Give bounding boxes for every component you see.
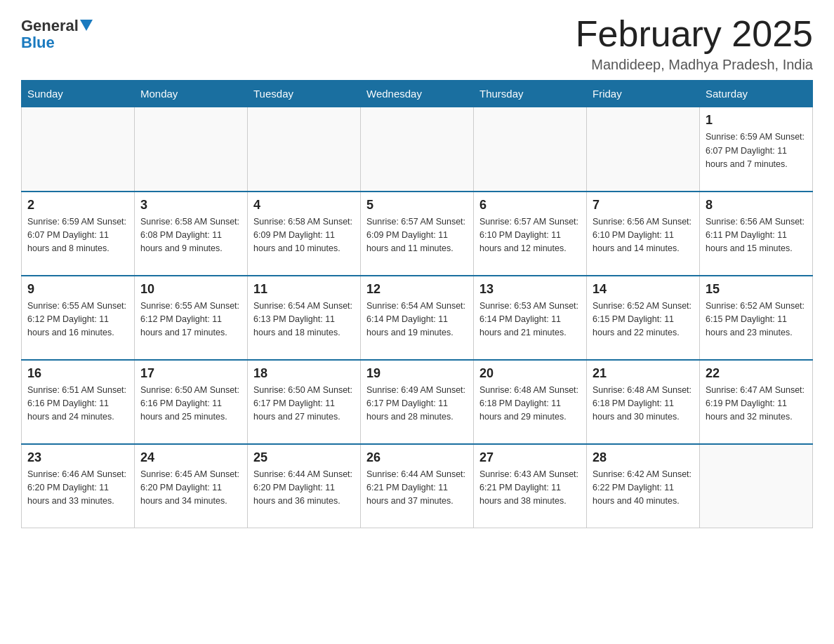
- calendar-day-cell: 27Sunrise: 6:43 AM Sunset: 6:21 PM Dayli…: [474, 444, 587, 528]
- calendar-day-cell: 18Sunrise: 6:50 AM Sunset: 6:17 PM Dayli…: [248, 360, 361, 444]
- day-number: 2: [27, 198, 128, 213]
- day-info: Sunrise: 6:48 AM Sunset: 6:18 PM Dayligh…: [479, 384, 581, 424]
- calendar-header-saturday: Saturday: [700, 81, 813, 107]
- day-info: Sunrise: 6:47 AM Sunset: 6:19 PM Dayligh…: [706, 384, 807, 424]
- calendar-day-cell: [135, 107, 248, 192]
- day-number: 28: [593, 450, 694, 465]
- calendar-day-cell: 21Sunrise: 6:48 AM Sunset: 6:18 PM Dayli…: [587, 360, 700, 444]
- day-info: Sunrise: 6:59 AM Sunset: 6:07 PM Dayligh…: [27, 215, 128, 256]
- day-number: 15: [706, 282, 807, 297]
- day-number: 10: [140, 282, 241, 297]
- calendar-day-cell: [361, 107, 474, 192]
- day-info: Sunrise: 6:51 AM Sunset: 6:16 PM Dayligh…: [27, 384, 128, 424]
- calendar-week-row: 9Sunrise: 6:55 AM Sunset: 6:12 PM Daylig…: [22, 276, 813, 360]
- logo: General Blue: [21, 14, 93, 51]
- calendar-day-cell: 24Sunrise: 6:45 AM Sunset: 6:20 PM Dayli…: [135, 444, 248, 528]
- day-number: 5: [366, 198, 468, 213]
- calendar-day-cell: 13Sunrise: 6:53 AM Sunset: 6:14 PM Dayli…: [474, 276, 587, 360]
- day-info: Sunrise: 6:52 AM Sunset: 6:15 PM Dayligh…: [593, 300, 694, 340]
- calendar-day-cell: 9Sunrise: 6:55 AM Sunset: 6:12 PM Daylig…: [22, 276, 135, 360]
- calendar-day-cell: 11Sunrise: 6:54 AM Sunset: 6:13 PM Dayli…: [248, 276, 361, 360]
- day-number: 18: [253, 366, 355, 381]
- day-info: Sunrise: 6:56 AM Sunset: 6:11 PM Dayligh…: [706, 215, 807, 256]
- day-info: Sunrise: 6:54 AM Sunset: 6:13 PM Dayligh…: [253, 300, 355, 340]
- calendar-week-row: 16Sunrise: 6:51 AM Sunset: 6:16 PM Dayli…: [22, 360, 813, 444]
- day-number: 12: [366, 282, 468, 297]
- calendar-day-cell: 26Sunrise: 6:44 AM Sunset: 6:21 PM Dayli…: [361, 444, 474, 528]
- calendar-day-cell: 4Sunrise: 6:58 AM Sunset: 6:09 PM Daylig…: [248, 192, 361, 276]
- day-info: Sunrise: 6:56 AM Sunset: 6:10 PM Dayligh…: [593, 215, 694, 256]
- day-number: 14: [593, 282, 694, 297]
- calendar-day-cell: 16Sunrise: 6:51 AM Sunset: 6:16 PM Dayli…: [22, 360, 135, 444]
- calendar-day-cell: 23Sunrise: 6:46 AM Sunset: 6:20 PM Dayli…: [22, 444, 135, 528]
- day-info: Sunrise: 6:58 AM Sunset: 6:09 PM Dayligh…: [253, 215, 355, 256]
- calendar-day-cell: [22, 107, 135, 192]
- day-info: Sunrise: 6:45 AM Sunset: 6:20 PM Dayligh…: [140, 468, 241, 509]
- day-info: Sunrise: 6:57 AM Sunset: 6:09 PM Dayligh…: [366, 215, 468, 256]
- day-number: 22: [706, 366, 807, 381]
- calendar-day-cell: 19Sunrise: 6:49 AM Sunset: 6:17 PM Dayli…: [361, 360, 474, 444]
- day-info: Sunrise: 6:46 AM Sunset: 6:20 PM Dayligh…: [27, 468, 128, 509]
- day-info: Sunrise: 6:52 AM Sunset: 6:15 PM Dayligh…: [706, 300, 807, 340]
- calendar-day-cell: 14Sunrise: 6:52 AM Sunset: 6:15 PM Dayli…: [587, 276, 700, 360]
- day-info: Sunrise: 6:44 AM Sunset: 6:20 PM Dayligh…: [253, 468, 355, 509]
- day-number: 4: [253, 198, 355, 213]
- calendar-day-cell: [474, 107, 587, 192]
- day-number: 1: [706, 113, 807, 128]
- day-number: 19: [366, 366, 468, 381]
- calendar-header-monday: Monday: [135, 81, 248, 107]
- calendar-day-cell: [248, 107, 361, 192]
- calendar-day-cell: 20Sunrise: 6:48 AM Sunset: 6:18 PM Dayli…: [474, 360, 587, 444]
- calendar-day-cell: 1Sunrise: 6:59 AM Sunset: 6:07 PM Daylig…: [700, 107, 813, 192]
- calendar-week-row: 2Sunrise: 6:59 AM Sunset: 6:07 PM Daylig…: [22, 192, 813, 276]
- day-number: 8: [706, 198, 807, 213]
- calendar-header-sunday: Sunday: [22, 81, 135, 107]
- day-number: 17: [140, 366, 241, 381]
- day-info: Sunrise: 6:43 AM Sunset: 6:21 PM Dayligh…: [479, 468, 581, 509]
- day-number: 21: [593, 366, 694, 381]
- calendar-header-tuesday: Tuesday: [248, 81, 361, 107]
- calendar-table: SundayMondayTuesdayWednesdayThursdayFrid…: [21, 80, 813, 528]
- calendar-day-cell: 17Sunrise: 6:50 AM Sunset: 6:16 PM Dayli…: [135, 360, 248, 444]
- day-number: 13: [479, 282, 581, 297]
- day-info: Sunrise: 6:54 AM Sunset: 6:14 PM Dayligh…: [366, 300, 468, 340]
- day-info: Sunrise: 6:50 AM Sunset: 6:17 PM Dayligh…: [253, 384, 355, 424]
- page-header: General Blue February 2025 Mandideep, Ma…: [21, 14, 813, 73]
- logo-blue-text: Blue: [21, 34, 55, 51]
- calendar-day-cell: 22Sunrise: 6:47 AM Sunset: 6:19 PM Dayli…: [700, 360, 813, 444]
- day-info: Sunrise: 6:42 AM Sunset: 6:22 PM Dayligh…: [593, 468, 694, 509]
- day-number: 6: [479, 198, 581, 213]
- calendar-header-friday: Friday: [587, 81, 700, 107]
- day-number: 3: [140, 198, 241, 213]
- location-text: Mandideep, Madhya Pradesh, India: [576, 57, 813, 73]
- calendar-day-cell: 5Sunrise: 6:57 AM Sunset: 6:09 PM Daylig…: [361, 192, 474, 276]
- calendar-header-row: SundayMondayTuesdayWednesdayThursdayFrid…: [22, 81, 813, 107]
- day-info: Sunrise: 6:55 AM Sunset: 6:12 PM Dayligh…: [140, 300, 241, 340]
- title-section: February 2025 Mandideep, Madhya Pradesh,…: [576, 14, 813, 73]
- calendar-day-cell: 28Sunrise: 6:42 AM Sunset: 6:22 PM Dayli…: [587, 444, 700, 528]
- day-number: 25: [253, 450, 355, 465]
- calendar-header-thursday: Thursday: [474, 81, 587, 107]
- day-info: Sunrise: 6:55 AM Sunset: 6:12 PM Dayligh…: [27, 300, 128, 340]
- calendar-day-cell: 2Sunrise: 6:59 AM Sunset: 6:07 PM Daylig…: [22, 192, 135, 276]
- calendar-header-wednesday: Wednesday: [361, 81, 474, 107]
- calendar-day-cell: [700, 444, 813, 528]
- calendar-day-cell: 15Sunrise: 6:52 AM Sunset: 6:15 PM Dayli…: [700, 276, 813, 360]
- day-info: Sunrise: 6:58 AM Sunset: 6:08 PM Dayligh…: [140, 215, 241, 256]
- calendar-day-cell: 6Sunrise: 6:57 AM Sunset: 6:10 PM Daylig…: [474, 192, 587, 276]
- calendar-week-row: 23Sunrise: 6:46 AM Sunset: 6:20 PM Dayli…: [22, 444, 813, 528]
- day-info: Sunrise: 6:59 AM Sunset: 6:07 PM Dayligh…: [706, 130, 807, 171]
- day-info: Sunrise: 6:53 AM Sunset: 6:14 PM Dayligh…: [479, 300, 581, 340]
- day-number: 9: [27, 282, 128, 297]
- day-number: 20: [479, 366, 581, 381]
- calendar-day-cell: 8Sunrise: 6:56 AM Sunset: 6:11 PM Daylig…: [700, 192, 813, 276]
- logo-triangle-icon: [80, 20, 93, 31]
- day-info: Sunrise: 6:57 AM Sunset: 6:10 PM Dayligh…: [479, 215, 581, 256]
- logo-general-text: General: [21, 18, 79, 34]
- day-number: 27: [479, 450, 581, 465]
- day-number: 23: [27, 450, 128, 465]
- month-title: February 2025: [576, 14, 813, 54]
- day-number: 11: [253, 282, 355, 297]
- day-number: 16: [27, 366, 128, 381]
- day-info: Sunrise: 6:44 AM Sunset: 6:21 PM Dayligh…: [366, 468, 468, 509]
